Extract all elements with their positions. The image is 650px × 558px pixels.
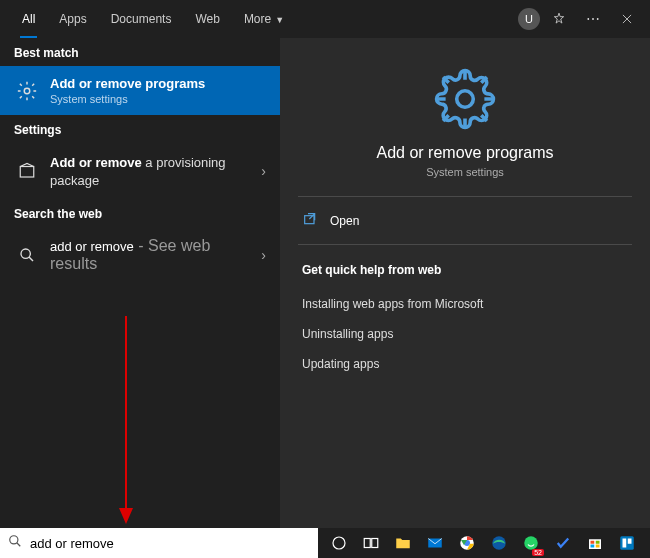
preview-pane: Add or remove programs System settings O… xyxy=(280,38,650,528)
close-icon[interactable] xyxy=(612,4,642,34)
search-icon xyxy=(8,534,22,552)
svg-rect-1 xyxy=(20,167,34,178)
tab-all[interactable]: All xyxy=(10,0,47,38)
preview-title: Add or remove programs xyxy=(298,144,632,162)
settings-result-provisioning[interactable]: Add or remove a provisioning package › xyxy=(0,143,280,199)
caret-down-icon: ▼ xyxy=(275,15,284,25)
search-input[interactable] xyxy=(30,536,310,551)
notification-badge: 52 xyxy=(532,549,544,556)
search-input-bar[interactable] xyxy=(0,528,318,558)
svg-rect-21 xyxy=(620,536,634,550)
user-avatar[interactable]: U xyxy=(518,8,540,30)
search-category-tabs: All Apps Documents Web More▼ U ⋯ xyxy=(0,0,650,38)
trello-icon[interactable] xyxy=(612,528,642,558)
tab-more[interactable]: More▼ xyxy=(232,0,296,38)
search-icon xyxy=(14,247,40,263)
tab-apps[interactable]: Apps xyxy=(47,0,98,38)
feedback-icon[interactable] xyxy=(544,4,574,34)
result-title: Add or remove programs xyxy=(50,76,266,91)
file-explorer-icon[interactable] xyxy=(388,528,418,558)
results-pane: Best match Add or remove programs System… xyxy=(0,38,280,528)
help-link-uninstall[interactable]: Uninstalling apps xyxy=(298,319,632,349)
section-settings: Settings xyxy=(0,115,280,143)
cortana-icon[interactable] xyxy=(324,528,354,558)
result-bold-prefix: Add or remove xyxy=(50,155,142,170)
svg-point-2 xyxy=(21,249,30,258)
result-subtitle: System settings xyxy=(50,93,266,105)
mail-icon[interactable] xyxy=(420,528,450,558)
open-label: Open xyxy=(330,214,359,228)
svg-rect-22 xyxy=(623,539,627,548)
svg-rect-18 xyxy=(596,541,600,544)
svg-rect-20 xyxy=(596,545,600,548)
open-icon xyxy=(302,211,318,230)
web-result-prefix: add or remove xyxy=(50,239,134,254)
best-match-result[interactable]: Add or remove programs System settings xyxy=(0,66,280,115)
quick-help-title: Get quick help from web xyxy=(302,263,632,277)
chrome-icon[interactable] xyxy=(452,528,482,558)
task-view-icon[interactable] xyxy=(356,528,386,558)
preview-gear-icon xyxy=(298,68,632,130)
svg-point-7 xyxy=(10,536,18,544)
divider xyxy=(298,244,632,245)
svg-point-0 xyxy=(24,88,30,94)
tab-documents[interactable]: Documents xyxy=(99,0,184,38)
svg-point-3 xyxy=(457,91,474,108)
help-link-update[interactable]: Updating apps xyxy=(298,349,632,379)
svg-rect-10 xyxy=(372,539,378,548)
chevron-right-icon: › xyxy=(261,247,266,263)
whatsapp-icon[interactable]: 52 xyxy=(516,528,546,558)
svg-rect-19 xyxy=(591,545,595,548)
svg-rect-17 xyxy=(591,541,595,544)
open-action[interactable]: Open xyxy=(298,197,632,244)
store-icon[interactable] xyxy=(580,528,610,558)
package-icon xyxy=(14,162,40,180)
more-options-icon[interactable]: ⋯ xyxy=(578,4,608,34)
web-result[interactable]: add or remove - See web results › xyxy=(0,227,280,283)
section-search-web: Search the web xyxy=(0,199,280,227)
svg-point-15 xyxy=(524,536,538,550)
section-best-match: Best match xyxy=(0,38,280,66)
svg-rect-16 xyxy=(589,539,601,549)
help-link-install-webapps[interactable]: Installing web apps from Microsoft xyxy=(298,289,632,319)
todo-icon[interactable] xyxy=(548,528,578,558)
svg-point-8 xyxy=(333,537,345,549)
taskbar: 52 xyxy=(318,528,650,558)
svg-rect-9 xyxy=(364,539,370,548)
svg-rect-4 xyxy=(305,216,314,224)
chevron-right-icon: › xyxy=(261,163,266,179)
preview-subtitle: System settings xyxy=(298,166,632,178)
gear-icon xyxy=(14,80,40,102)
edge-icon[interactable] xyxy=(484,528,514,558)
tab-web[interactable]: Web xyxy=(183,0,231,38)
svg-rect-23 xyxy=(628,539,632,544)
